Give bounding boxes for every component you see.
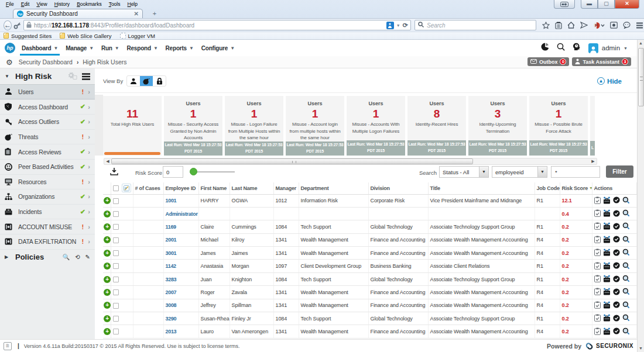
carousel-left-paddle[interactable] <box>95 95 103 156</box>
sidebar-item-users[interactable]: Users ! › <box>0 84 95 99</box>
chevron-right-icon[interactable]: › <box>88 118 90 125</box>
library-icon[interactable] <box>555 22 562 29</box>
slider-knob[interactable] <box>190 168 197 175</box>
expand-row-icon[interactable]: + <box>104 263 111 270</box>
metric-card[interactable]: 11 Total High Risk Users <box>103 96 162 156</box>
outbox-button[interactable]: Outbox 0 <box>527 57 570 66</box>
screenshot-addon-icon[interactable] <box>610 22 618 29</box>
browser-menu-icon[interactable] <box>636 22 643 29</box>
task-assistant-button[interactable]: Task Assistant 3 <box>572 57 631 66</box>
action-clipboard-icon[interactable] <box>594 327 601 336</box>
row-checkbox[interactable] <box>113 329 119 334</box>
nav-item-manage[interactable]: Manage▼ <box>63 40 96 56</box>
sidebar-item-access-reviews[interactable]: Access Reviews ✔ › <box>0 144 95 159</box>
key-icon[interactable] <box>13 22 21 29</box>
table-row[interactable]: + 2001 Michael Kilroy 1341 Wealth Manage… <box>103 233 636 246</box>
row-checkbox[interactable] <box>113 250 119 256</box>
chevron-right-icon[interactable]: › <box>88 193 90 200</box>
column-header-division[interactable]: Division <box>368 182 428 194</box>
action-approve-icon[interactable] <box>613 210 620 218</box>
chevron-right-icon[interactable]: › <box>88 178 90 185</box>
action-investigate-icon[interactable] <box>622 222 630 231</box>
column-header-employee-id[interactable]: Employee ID <box>163 182 198 194</box>
browser-tab[interactable]: hp Security Dashboard ✕ <box>13 9 143 18</box>
metric-card-partial[interactable]: L <box>590 96 595 156</box>
page-action-icon[interactable] <box>386 22 394 29</box>
policies-caret-icon[interactable]: ▶ <box>5 254 15 260</box>
employee-id-link[interactable]: 2013 <box>166 329 177 334</box>
field-select[interactable]: employeeid ▼ <box>492 166 547 178</box>
employee-id-link[interactable]: 2001 <box>166 237 177 243</box>
chevron-right-icon[interactable]: › <box>88 133 90 140</box>
nav-item-configure[interactable]: Configure▼ <box>199 40 237 56</box>
table-row[interactable]: + 1001 HARRY OGWA 1012 Information Risk … <box>103 194 636 207</box>
select-all-checkbox[interactable] <box>113 185 119 191</box>
row-checkbox[interactable] <box>113 277 119 282</box>
action-investigate-icon[interactable] <box>622 314 630 323</box>
browser-menu-view[interactable]: View <box>33 1 50 7</box>
action-investigate-icon[interactable] <box>622 196 630 205</box>
chat-addon-icon[interactable] <box>623 22 631 29</box>
row-checkbox[interactable] <box>113 289 119 295</box>
row-checkbox[interactable] <box>113 211 119 217</box>
metric-card[interactable]: Users 1 Misuse - Account login from mult… <box>286 96 344 156</box>
chevron-right-icon[interactable]: › <box>88 149 90 156</box>
action-investigate-icon[interactable] <box>622 249 630 257</box>
action-case-icon[interactable] <box>603 275 611 284</box>
policies-refresh-icon[interactable]: ⟲ <box>75 254 80 260</box>
table-row[interactable]: + 2013 Lauro Van Amerongen 1341 Wealth M… <box>103 325 636 338</box>
policies-search-icon[interactable]: 🔍 <box>63 254 70 260</box>
sidebar-item-data-exfiltration[interactable]: DATA EXFILTRATION ! › <box>0 234 95 249</box>
risk-score-slider[interactable] <box>190 171 235 172</box>
column-header-title[interactable]: Title <box>428 182 535 194</box>
action-case-icon[interactable] <box>603 249 611 257</box>
url-dropdown-icon[interactable]: ▼ <box>396 23 400 27</box>
action-clipboard-icon[interactable] <box>594 236 601 244</box>
action-clipboard-icon[interactable] <box>594 288 601 296</box>
home-icon[interactable] <box>567 22 575 29</box>
expand-row-icon[interactable]: + <box>104 328 111 335</box>
expand-row-icon[interactable]: + <box>104 250 111 257</box>
carousel-scrollbar[interactable]: ◀ ▶ <box>104 158 597 165</box>
action-approve-icon[interactable] <box>613 262 620 270</box>
window-maximize-button[interactable]: ▢ <box>598 0 615 9</box>
header-search-icon[interactable] <box>557 43 565 53</box>
sidebar-item-peer-based-activities[interactable]: Peer Based Activities ✔ › <box>0 159 95 174</box>
column-header-first-name[interactable]: First Name <box>198 182 229 194</box>
column-header-manager[interactable]: Manager <box>273 182 299 194</box>
idea-icon[interactable] <box>573 43 581 53</box>
gears-icon[interactable] <box>67 71 77 82</box>
sidebar-policies[interactable]: ▶ Policies 🔍 ⟲ ✎ <box>0 249 95 264</box>
window-close-button[interactable]: ✕ <box>615 0 639 9</box>
viewby-users-button[interactable] <box>127 76 140 86</box>
column-header-department[interactable]: Department <box>299 182 368 194</box>
action-investigate-icon[interactable] <box>622 209 630 218</box>
action-approve-icon[interactable] <box>613 327 620 336</box>
table-row[interactable]: + 3001 James Jaimes 1341 Wealth Manageme… <box>103 247 636 260</box>
table-row[interactable]: + 3290 Susan-Rhea Finley Jr 1084 Tech Su… <box>103 312 636 325</box>
sidebar-item-access-dashboard[interactable]: Access Dashboard ✔ › <box>0 99 95 115</box>
browser-menu-help[interactable]: Help <box>124 1 141 7</box>
expand-row-icon[interactable]: + <box>104 276 111 283</box>
action-clipboard-icon[interactable] <box>594 222 601 231</box>
action-approve-icon[interactable] <box>613 275 620 284</box>
browser-menu-history[interactable]: History <box>51 1 73 7</box>
sidebar-item-threats[interactable]: Threats ! › <box>0 129 95 144</box>
bookmark-item[interactable]: Logger VM <box>120 33 155 39</box>
chevron-right-icon[interactable]: › <box>88 223 90 230</box>
table-row[interactable]: + 2007 Roger Zavala 1341 Wealth Manageme… <box>103 286 636 299</box>
action-case-icon[interactable] <box>603 314 611 323</box>
user-name[interactable]: admin <box>602 44 620 51</box>
metric-card[interactable]: Users 1 Misuse - Possible Brute Force At… <box>529 96 588 156</box>
table-row[interactable]: + 1169 Claire Cummings 1084 Tech Support… <box>103 220 636 233</box>
action-case-icon[interactable] <box>603 262 611 271</box>
avatar[interactable] <box>588 43 598 53</box>
chevron-right-icon[interactable]: › <box>88 88 90 95</box>
action-case-icon[interactable] <box>603 288 611 296</box>
viewby-access-button[interactable] <box>153 76 166 86</box>
footer-help-icon[interactable]: 🗎 <box>4 342 12 350</box>
action-clipboard-icon[interactable] <box>594 209 601 218</box>
share-icon[interactable] <box>580 22 588 29</box>
browser-search-box[interactable]: Search <box>415 20 536 30</box>
expand-row-icon[interactable]: + <box>104 236 111 243</box>
